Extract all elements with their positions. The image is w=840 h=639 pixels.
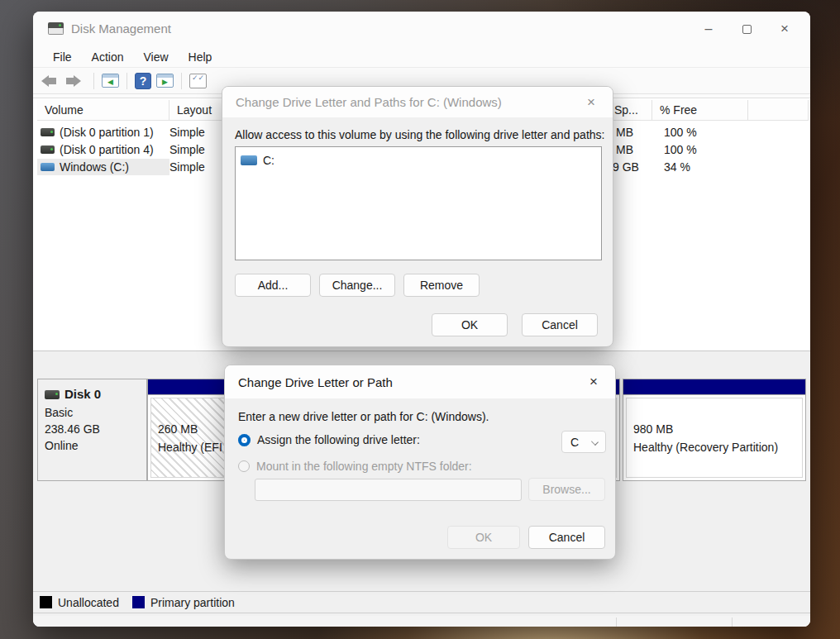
menu-action[interactable]: Action xyxy=(82,48,134,66)
partition-recovery[interactable]: 980 MB Healthy (Recovery Partition) xyxy=(623,379,806,481)
dialog-title: Change Drive Letter or Path xyxy=(238,375,393,389)
toolbar-divider xyxy=(181,73,182,89)
ok-button[interactable]: OK xyxy=(432,313,508,336)
change-letter-dialog: Change Drive Letter or Path × Enter a ne… xyxy=(224,365,616,560)
drive-icon xyxy=(41,163,55,171)
volume-pct-free: 34 % xyxy=(664,160,690,174)
maximize-icon xyxy=(742,25,752,34)
add-button[interactable]: Add... xyxy=(235,274,311,297)
mount-path-input xyxy=(255,479,522,501)
disk-icon xyxy=(45,390,60,399)
window-title: Disk Management xyxy=(71,21,171,36)
volume-name: (Disk 0 partition 1) xyxy=(60,126,154,139)
status-bar-divider xyxy=(616,618,617,627)
chevron-down-icon xyxy=(591,438,599,446)
unallocated-swatch xyxy=(40,596,52,608)
volume-free-space: MB xyxy=(616,143,633,156)
title-bar: Disk Management – × xyxy=(33,12,810,46)
cancel-button[interactable]: Cancel xyxy=(522,313,598,336)
volume-name: (Disk 0 partition 4) xyxy=(60,143,154,156)
partition-size: 980 MB xyxy=(633,420,802,438)
remove-button[interactable]: Remove xyxy=(403,274,480,297)
dialog-title-bar: Change Drive Letter and Paths for C: (Wi… xyxy=(222,87,613,117)
help-icon[interactable]: ? xyxy=(135,73,151,89)
partition-color-bar xyxy=(623,379,805,395)
cancel-button[interactable]: Cancel xyxy=(528,526,605,549)
legend: Unallocated Primary partition xyxy=(33,591,810,613)
disk-type: Basic xyxy=(45,404,146,421)
ok-button: OK xyxy=(447,526,520,549)
action-pane-icon[interactable]: ▶ xyxy=(156,74,174,88)
disk-management-icon xyxy=(48,22,64,35)
console-tree-icon[interactable]: ◀ xyxy=(102,74,119,88)
drive-icon xyxy=(41,128,55,136)
maximize-button[interactable] xyxy=(728,12,766,46)
legend-primary-label: Primary partition xyxy=(150,596,235,609)
disk-status: Online xyxy=(45,437,146,454)
menu-view[interactable]: View xyxy=(133,48,178,66)
legend-unallocated-label: Unallocated xyxy=(58,596,119,609)
toolbar-divider xyxy=(93,73,94,89)
drive-letter-value: C xyxy=(570,436,579,449)
column-header-volume[interactable]: Volume xyxy=(37,100,169,121)
drive-letter-item: C: xyxy=(263,154,274,167)
close-button[interactable]: × xyxy=(766,12,804,46)
properties-list-icon[interactable]: ✓✓ xyxy=(189,74,207,88)
volume-pct-free: 100 % xyxy=(664,126,697,139)
disk-name: Disk 0 xyxy=(64,386,101,403)
drive-letter-select[interactable]: C xyxy=(561,431,606,453)
dialog-instruction: Enter a new drive letter or path for C: … xyxy=(238,410,489,423)
status-bar xyxy=(33,616,810,627)
close-icon[interactable]: × xyxy=(577,365,610,398)
dialog-instruction: Allow access to this volume by using the… xyxy=(235,128,604,141)
primary-partition-swatch xyxy=(132,596,145,608)
radio-unselected-icon xyxy=(238,460,250,472)
column-header-pct-free[interactable]: % Free xyxy=(652,100,748,121)
mount-folder-radio: Mount in the following empty NTFS folder… xyxy=(238,460,472,473)
browse-button: Browse... xyxy=(528,478,605,501)
list-item[interactable]: C: xyxy=(241,154,596,167)
assign-letter-radio[interactable]: Assign the following drive letter: xyxy=(238,433,420,446)
drive-icon xyxy=(41,145,55,154)
drive-paths-listbox[interactable]: C: xyxy=(235,146,602,260)
disk-size: 238.46 GB xyxy=(45,421,146,437)
partition-status: Healthy (Recovery Partition) xyxy=(633,438,802,456)
assign-letter-label: Assign the following drive letter: xyxy=(257,433,420,446)
menu-file[interactable]: File xyxy=(43,48,82,66)
toolbar-divider xyxy=(126,73,127,89)
volume-layout: Simple xyxy=(169,160,227,174)
dialog-title: Change Drive Letter and Paths for C: (Wi… xyxy=(236,95,502,109)
minimize-button[interactable]: – xyxy=(690,12,728,46)
volume-layout: Simple xyxy=(169,143,227,156)
forward-icon[interactable] xyxy=(66,73,86,89)
dialog-title-bar: Change Drive Letter or Path × xyxy=(225,365,615,398)
volume-free-space: MB xyxy=(616,126,633,139)
change-button[interactable]: Change... xyxy=(319,274,395,297)
menu-help[interactable]: Help xyxy=(179,48,222,66)
change-paths-dialog: Change Drive Letter and Paths for C: (Wi… xyxy=(222,86,613,347)
back-icon[interactable] xyxy=(41,73,61,89)
volume-layout: Simple xyxy=(169,126,227,139)
disk0-info-panel[interactable]: Disk 0 Basic 238.46 GB Online xyxy=(37,379,147,481)
radio-selected-icon xyxy=(238,434,251,446)
column-header-empty[interactable] xyxy=(748,100,809,121)
drive-icon xyxy=(241,155,257,165)
volume-name: Windows (C:) xyxy=(60,160,129,174)
volume-pct-free: 100 % xyxy=(664,143,697,156)
status-bar-divider xyxy=(732,618,733,627)
desktop: Disk Management – × File Action View Hel… xyxy=(0,0,840,639)
volume-free-space: 9 GB xyxy=(613,160,639,174)
mount-folder-label: Mount in the following empty NTFS folder… xyxy=(256,460,472,473)
menu-bar: File Action View Help xyxy=(33,46,810,68)
close-icon[interactable]: × xyxy=(575,87,608,117)
